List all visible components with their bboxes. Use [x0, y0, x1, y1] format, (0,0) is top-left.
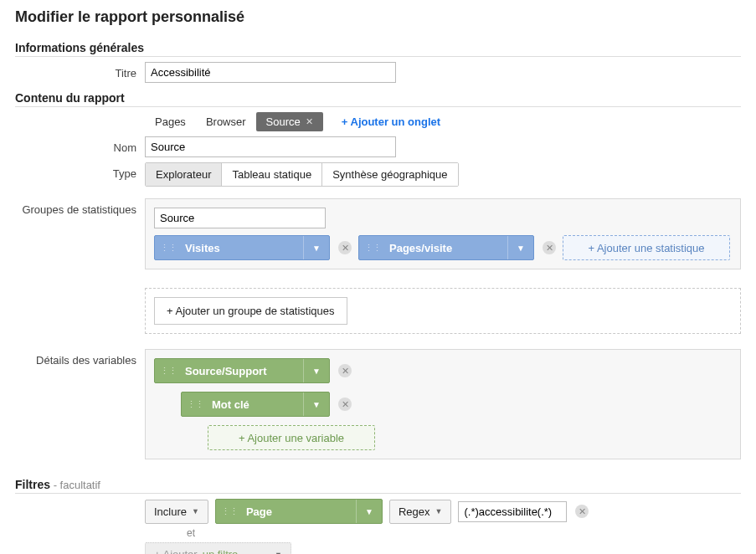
tab-source-label: Source [266, 115, 301, 128]
page-title: Modifier le rapport personnalisé [15, 8, 741, 26]
type-geo[interactable]: Synthèse géographique [322, 163, 457, 186]
add-metric-button[interactable]: + Ajouter une statistique [563, 235, 730, 260]
chevron-down-icon[interactable]: ▼ [303, 392, 329, 416]
section-general: Informations générales [15, 41, 741, 57]
tab-pages[interactable]: Pages [145, 112, 196, 131]
add-filter-prefix: + Ajouter [154, 548, 198, 554]
remove-dim-keyword[interactable]: ✕ [338, 398, 352, 411]
filter-dim-page-label: Page [243, 505, 356, 518]
chevron-down-icon[interactable]: ▼ [356, 500, 382, 523]
include-label: Inclure [154, 505, 187, 518]
add-group-button[interactable]: + Ajouter un groupe de statistiques [154, 297, 347, 325]
tab-source[interactable]: Source ✕ [256, 112, 323, 131]
group-name-input[interactable] [154, 208, 326, 228]
remove-metric-pages-visit[interactable]: ✕ [543, 241, 556, 254]
remove-metric-visits[interactable]: ✕ [338, 241, 352, 254]
section-content: Contenu du rapport [15, 91, 741, 107]
drag-handle-icon[interactable]: ⋮⋮ [155, 366, 182, 377]
add-tab-button[interactable]: + Ajouter un onglet [332, 112, 450, 131]
tabs-bar: Pages Browser Source ✕ + Ajouter un ongl… [145, 112, 741, 131]
filters-heading-text: Filtres [15, 478, 50, 491]
drag-handle-icon[interactable]: ⋮⋮ [182, 399, 208, 410]
match-type-dropdown[interactable]: Regex ▼ [389, 500, 452, 524]
filter-value-input[interactable] [458, 501, 567, 522]
and-label: et [187, 527, 741, 539]
metric-pages-per-visit[interactable]: ⋮⋮ Pages/visite ▼ [358, 235, 534, 260]
type-toggle: Explorateur Tableau statique Synthèse gé… [145, 162, 459, 187]
drag-handle-icon[interactable]: ⋮⋮ [216, 506, 243, 517]
variable-panel: ⋮⋮ Source/Support ▼ ✕ ⋮⋮ Mot clé ▼ ✕ + A… [145, 349, 741, 459]
dim-source-support-label: Source/Support [182, 365, 303, 377]
metric-pages-visit-label: Pages/visite [386, 242, 507, 254]
stat-group-panel: ⋮⋮ Visites ▼ ✕ ⋮⋮ Pages/visite ▼ ✕ + Ajo… [145, 198, 741, 269]
title-input[interactable] [145, 62, 396, 83]
type-static-table[interactable]: Tableau statique [222, 163, 322, 186]
section-filters: Filtres - facultatif [15, 478, 741, 494]
dimension-keyword[interactable]: ⋮⋮ Mot clé ▼ [181, 392, 330, 417]
metric-visits[interactable]: ⋮⋮ Visites ▼ [154, 235, 330, 260]
title-label: Titre [15, 62, 145, 80]
drag-handle-icon[interactable]: ⋮⋮ [359, 243, 386, 254]
type-explorer[interactable]: Explorateur [146, 163, 222, 186]
add-filter-highlight: un filtre [203, 548, 239, 554]
chevron-down-icon[interactable]: ▼ [507, 236, 533, 259]
chevron-down-icon: ▼ [192, 507, 199, 516]
add-group-panel: + Ajouter un groupe de statistiques [145, 288, 741, 334]
remove-dim-source-support[interactable]: ✕ [338, 364, 352, 377]
chevron-down-icon[interactable]: ▼ [303, 236, 329, 259]
add-variable-button[interactable]: + Ajouter une variable [208, 425, 375, 450]
name-label: Nom [15, 136, 145, 154]
drag-handle-icon[interactable]: ⋮⋮ [155, 243, 182, 254]
add-filter-button[interactable]: + Ajouter un filtre ▼ [145, 542, 291, 554]
regex-label: Regex [399, 505, 430, 518]
filter-row: Inclure ▼ ⋮⋮ Page ▼ Regex ▼ ✕ [145, 499, 741, 524]
chevron-down-icon: ▼ [275, 551, 282, 555]
var-details-label: Détails des variables [15, 349, 145, 367]
tab-browser[interactable]: Browser [196, 112, 256, 131]
remove-filter-button[interactable]: ✕ [575, 505, 589, 518]
metric-visits-label: Visites [182, 242, 303, 254]
filters-optional-text: - facultatif [50, 479, 100, 491]
close-icon[interactable]: ✕ [306, 116, 313, 127]
name-input[interactable] [145, 136, 396, 157]
dimension-source-support[interactable]: ⋮⋮ Source/Support ▼ [154, 358, 330, 383]
include-dropdown[interactable]: Inclure ▼ [145, 500, 208, 524]
chevron-down-icon[interactable]: ▼ [303, 359, 329, 382]
stat-groups-label: Groupes de statistiques [15, 198, 145, 216]
dim-keyword-label: Mot clé [208, 398, 303, 411]
type-label: Type [15, 162, 145, 180]
filter-dimension-page[interactable]: ⋮⋮ Page ▼ [215, 499, 383, 524]
chevron-down-icon: ▼ [435, 507, 443, 516]
